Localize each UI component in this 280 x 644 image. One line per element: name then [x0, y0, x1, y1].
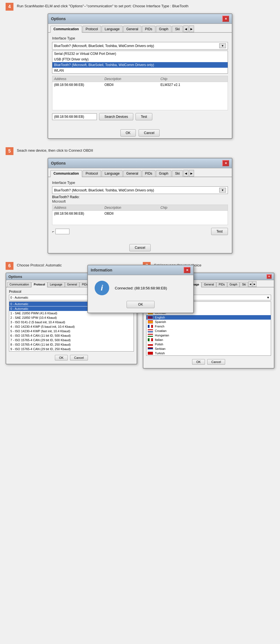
tab1-arrow-left[interactable]: ◀ [183, 25, 188, 32]
lang-item-french[interactable]: French [146, 324, 271, 329]
tab3-communication[interactable]: Communication [7, 282, 31, 287]
dropdown-item-usb[interactable]: USB (FTDI Driver only) [52, 57, 228, 62]
lang-item-croatian[interactable]: Croatian [146, 329, 271, 333]
tab2-communication[interactable]: Communication [50, 170, 82, 177]
protocol-item-4[interactable]: 4 - ISO 14230-4 KWP (5 baud init, 10.4 K… [9, 324, 134, 329]
flag-serbian [148, 347, 153, 350]
tab2-general[interactable]: General [123, 170, 141, 177]
info-icon: i [95, 281, 109, 295]
protocol-value: 0 - Automatic [10, 296, 28, 299]
tab1-general[interactable]: General [123, 26, 141, 32]
lang-label-turkish: Turkish [155, 352, 165, 355]
flag-turkish [148, 352, 153, 355]
interface-type-value-2: BlueTooth? (Microsoft, BlueSoleil, Toshi… [54, 188, 154, 192]
flag-spanish [148, 320, 153, 324]
tab2-pids[interactable]: PIDs [142, 170, 155, 177]
window1-close-button[interactable]: ✕ [222, 16, 229, 22]
partial-address-row: ⌐ [52, 229, 69, 234]
header-chip: Chip [160, 77, 216, 81]
window1-tabbar: Communication Protocol Language General … [48, 24, 232, 33]
info-dialog-ok-button[interactable]: OK [127, 301, 154, 308]
ok-button-1[interactable]: OK [120, 129, 136, 137]
tab1-pids[interactable]: PIDs [142, 26, 155, 32]
partial-address-input[interactable] [55, 229, 69, 234]
tab4-ski[interactable]: Ski [240, 282, 248, 287]
tab1-graph[interactable]: Graph [156, 26, 171, 32]
cancel-button-2[interactable]: Cancel [129, 244, 150, 251]
tab3-language[interactable]: Language [48, 282, 65, 287]
protocol-item-8[interactable]: 8 - ISO 15765-4 CAN (11 bit ID, 250 Kbau… [9, 342, 134, 347]
search-devices-button-1[interactable]: Search Devices [99, 113, 133, 120]
device-table-2: Address Description Chip (88:18:56:68:98… [52, 205, 228, 225]
dropdown-item-bluetooth[interactable]: BlueTooth? (Microsoft, BlueSoleil, Toshi… [52, 62, 228, 68]
info-dialog: Information ✕ i Connected: (88:18:56:68:… [87, 265, 194, 313]
address-input-1[interactable] [52, 113, 97, 120]
tab2-ski[interactable]: Ski [172, 170, 183, 177]
device-table-1-row1[interactable]: (88:18:56:68:98:EB) OBDII ELM327 v2.1 [52, 82, 228, 88]
protocol-item-5[interactable]: 5 - ISO 14230-4 KWP (fast init, 10.4 Kba… [9, 329, 134, 333]
cancel-button-3[interactable]: Cancel [70, 355, 88, 360]
tab2-language[interactable]: Language [102, 170, 123, 177]
protocol-item-2[interactable]: 2 - SAE J1850 VPW (10.4 Kbaud) [9, 315, 134, 320]
tab1-communication[interactable]: Communication [50, 26, 82, 33]
combo-arrow-icon-2[interactable]: ▼ [219, 188, 226, 193]
device-table-2-row1[interactable]: (88:18:56:68:98:EB) OBDII [52, 211, 228, 216]
cancel-button-4[interactable]: Cancel [207, 359, 225, 365]
tab4-arrow-right[interactable]: ▶ [253, 281, 256, 287]
tab2-arrow-left[interactable]: ◀ [183, 170, 188, 177]
tab1-arrow-right[interactable]: ▶ [189, 25, 194, 32]
tab2-graph[interactable]: Graph [156, 170, 171, 177]
tab1-language[interactable]: Language [102, 26, 123, 32]
tab4-pids[interactable]: PIDs [216, 282, 227, 287]
info-dialog-titlebar: Information ✕ [88, 265, 193, 275]
lang-item-hungarian[interactable]: Hungarian [146, 333, 271, 338]
lang-item-serbian[interactable]: Serbian [146, 346, 271, 351]
info-dialog-close-button[interactable]: ✕ [184, 267, 190, 273]
ok-cancel-3: OK Cancel [9, 353, 134, 362]
tab1-protocol[interactable]: Protocol [83, 26, 101, 32]
row1-description: OBDII [104, 83, 160, 87]
section5-wrapper: Options ✕ Communication Protocol Languag… [0, 158, 280, 259]
tab3-general[interactable]: General [65, 282, 80, 287]
protocol-item-6[interactable]: 6 - ISO 15765-4 CAN (11 bit ID, 500 Kbau… [9, 333, 134, 338]
lang-item-italian[interactable]: Italian [146, 338, 271, 342]
tab2-protocol[interactable]: Protocol [83, 170, 101, 177]
lang-combo-arrow[interactable]: ▼ [267, 296, 270, 299]
test-button-2[interactable]: Test [211, 228, 228, 235]
test-button-1[interactable]: Test [136, 113, 152, 120]
flag-polish [148, 343, 153, 346]
lang-item-polish[interactable]: Polish [146, 342, 271, 346]
tab2-arrow-right[interactable]: ▶ [189, 170, 194, 177]
protocol-item-9[interactable]: 9 - ISO 15765-4 CAN (29 bit ID, 250 Kbau… [9, 347, 134, 351]
combo-arrow-icon[interactable]: ▼ [219, 43, 226, 48]
lang-label-polish: Polish [155, 343, 163, 346]
ok-button-3[interactable]: OK [55, 355, 68, 360]
ok-button-4[interactable]: OK [192, 359, 205, 365]
lang-label-french: French [155, 325, 164, 328]
dropdown-item-serial[interactable]: Serial (RS232 or Virtual COM Port Driver… [52, 51, 228, 57]
tab3-protocol[interactable]: Protocol [31, 282, 47, 287]
flag-english [148, 316, 153, 319]
interface-type-combo-2[interactable]: BlueTooth? (Microsoft, BlueSoleil, Toshi… [52, 186, 228, 194]
row1-address: (88:18:56:68:98:EB) [54, 83, 104, 87]
device-table-1: Address Description Chip (88:18:56:68:98… [52, 76, 228, 110]
lang-item-spanish[interactable]: Spanish [146, 320, 271, 324]
tab1-ski[interactable]: Ski [172, 26, 183, 32]
step4-header: 4 Run ScanMaster-ELM and click "Options"… [0, 0, 280, 13]
protocol-item-3[interactable]: 3 - ISO 9141-2 (5 baud init, 10.4 Kbaud) [9, 320, 134, 324]
tab4-graph[interactable]: Graph [227, 282, 240, 287]
step6-text: Choose Protocol: Automatic [17, 262, 62, 267]
lang-item-english[interactable]: English [146, 315, 271, 320]
window2-close-button[interactable]: ✕ [222, 160, 229, 166]
cancel-button-1[interactable]: Cancel [139, 129, 160, 137]
window4-close-button[interactable]: ✕ [267, 274, 272, 279]
step4-number: 4 [6, 3, 13, 11]
interface-type-combo[interactable]: BlueTooth? (Microsoft, BlueSoleil, Toshi… [52, 42, 228, 50]
protocol-item-7[interactable]: 7 - ISO 15765-4 CAN (29 bit ID, 500 Kbau… [9, 338, 134, 342]
dropdown-item-wlan[interactable]: WLAN [52, 68, 228, 73]
lang-item-turkish[interactable]: Turkish [146, 351, 271, 355]
window1-body: Interface Type BlueTooth? (Microsoft, Bl… [48, 33, 232, 127]
window2-body: Interface Type BlueTooth? (Microsoft, Bl… [48, 177, 232, 242]
tab4-arrow-left[interactable]: ◀ [248, 281, 252, 287]
tab4-general[interactable]: General [202, 282, 216, 287]
